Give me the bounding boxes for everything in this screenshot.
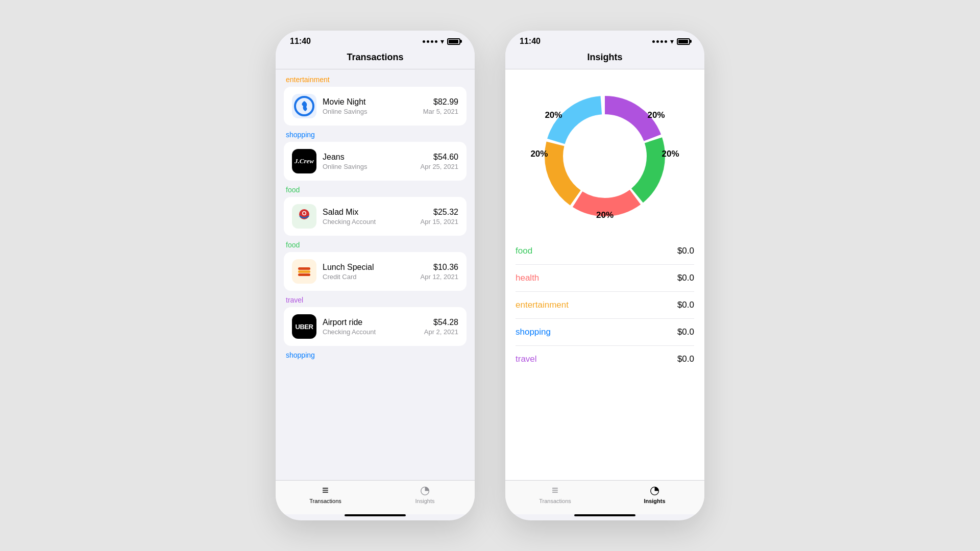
transaction-account-movie: Online Savings — [323, 108, 417, 115]
category-food-1: food Salad Mix Checking Account — [284, 186, 467, 236]
insights-status-icons: ▾ — [652, 37, 690, 45]
pie-chart-icon: ◔ — [420, 485, 430, 496]
category-shopping-2: shopping — [284, 351, 467, 359]
signal-dots — [423, 40, 437, 43]
transactions-list[interactable]: entertainment Movie Night Online Savings… — [276, 69, 475, 480]
list-icon: ≡ — [322, 485, 329, 496]
category-row-travel: travel $0.0 — [516, 346, 694, 372]
insights-screen-header: Insights — [505, 48, 704, 69]
screen-title: Transactions — [347, 52, 403, 62]
category-amount-entertainment: $0.0 — [677, 300, 694, 310]
transaction-info-jeans: Jeans Online Savings — [323, 153, 414, 170]
transaction-card-jeans[interactable]: J.Crew Jeans Online Savings $54.60 Apr 2… — [284, 142, 467, 181]
wifi-icon: ▾ — [440, 37, 444, 45]
category-amount-travel: $0.0 — [677, 354, 694, 364]
tab-transactions[interactable]: ≡ Transactions — [276, 485, 375, 504]
insights-tab-insights[interactable]: ◔ Insights — [605, 485, 704, 504]
transaction-account-lunch: Credit Card — [323, 273, 414, 281]
dot4 — [435, 40, 437, 43]
insights-tab-bar: ≡ Transactions ◔ Insights — [505, 480, 704, 514]
svg-rect-6 — [298, 267, 310, 270]
donut-labels: 20% 20% 20% 20% 20% — [533, 85, 676, 228]
transaction-account-jeans: Online Savings — [323, 163, 414, 170]
donut-wrapper: 20% 20% 20% 20% 20% — [533, 85, 676, 228]
category-row-food: food $0.0 — [516, 238, 694, 265]
transaction-card-salad[interactable]: Salad Mix Checking Account $25.32 Apr 15… — [284, 197, 467, 236]
insights-list-icon: ≡ — [552, 485, 558, 496]
insights-signal-dots — [652, 40, 667, 43]
dot3 — [431, 40, 433, 43]
transaction-logo-wendys — [292, 204, 316, 229]
category-label-shopping-2: shopping — [284, 351, 467, 359]
transaction-date-jeans: Apr 25, 2021 — [421, 163, 458, 170]
category-name-travel: travel — [516, 354, 537, 364]
transaction-date-salad: Apr 15, 2021 — [421, 218, 458, 226]
status-icons: ▾ — [423, 37, 460, 45]
category-label-entertainment: entertainment — [284, 76, 467, 84]
category-entertainment: entertainment Movie Night Online Savings… — [284, 76, 467, 126]
transaction-date-lunch: Apr 12, 2021 — [421, 273, 458, 281]
category-label-food-2: food — [284, 241, 467, 249]
category-amount-shopping: $0.0 — [677, 327, 694, 337]
home-indicator — [345, 514, 406, 516]
insights-tab-transactions-label: Transactions — [539, 498, 571, 504]
category-row-health: health $0.0 — [516, 265, 694, 292]
category-label-shopping-1: shopping — [284, 131, 467, 139]
transaction-name-jeans: Jeans — [323, 153, 414, 162]
transaction-card-lunch[interactable]: Lunch Special Credit Card $10.36 Apr 12,… — [284, 252, 467, 291]
pct-blue: 20% — [530, 149, 548, 159]
transaction-amount-date-movie: $82.99 Mar 5, 2021 — [423, 97, 458, 115]
transaction-amount-date-jeans: $54.60 Apr 25, 2021 — [421, 153, 458, 170]
transaction-name-movie: Movie Night — [323, 97, 417, 107]
transaction-account-salad: Checking Account — [323, 218, 414, 226]
pct-purple: 20% — [545, 110, 562, 120]
transaction-logo-burgerking — [292, 259, 316, 284]
transaction-name-lunch: Lunch Special — [323, 263, 414, 272]
category-name-entertainment: entertainment — [516, 300, 569, 310]
category-name-shopping: shopping — [516, 327, 551, 337]
transaction-info-salad: Salad Mix Checking Account — [323, 208, 414, 226]
insights-screen-title: Insights — [587, 52, 622, 62]
tab-insights[interactable]: ◔ Insights — [375, 485, 475, 504]
category-amount-food: $0.0 — [677, 246, 694, 256]
transaction-card-airport[interactable]: UBER Airport ride Checking Account $54.2… — [284, 307, 467, 346]
tab-insights-label: Insights — [415, 498, 435, 504]
category-food-2: food Lunch Special Credit Card $10.36 — [284, 241, 467, 291]
transaction-amount-date-lunch: $10.36 Apr 12, 2021 — [421, 263, 458, 281]
tab-transactions-label: Transactions — [309, 498, 341, 504]
transaction-name-salad: Salad Mix — [323, 208, 414, 217]
svg-point-4 — [303, 212, 306, 215]
category-travel: travel UBER Airport ride Checking Accoun… — [284, 296, 467, 346]
transaction-info-airport: Airport ride Checking Account — [323, 318, 418, 336]
transaction-amount-lunch: $10.36 — [421, 263, 458, 272]
i-dot2 — [656, 40, 659, 43]
dot2 — [427, 40, 429, 43]
status-bar: 11:40 ▾ — [276, 31, 475, 48]
transaction-date-airport: Apr 2, 2021 — [424, 328, 458, 336]
i-dot3 — [660, 40, 663, 43]
transaction-logo-jcrew: J.Crew — [292, 149, 316, 173]
dot1 — [423, 40, 425, 43]
insights-status-bar: 11:40 ▾ — [505, 31, 704, 48]
pct-orange: 20% — [596, 210, 614, 220]
pct-green: 20% — [648, 110, 665, 120]
transactions-phone: 11:40 ▾ Transactions entertainment — [276, 31, 475, 520]
transaction-card-movie-night[interactable]: Movie Night Online Savings $82.99 Mar 5,… — [284, 87, 467, 126]
category-row-shopping: shopping $0.0 — [516, 319, 694, 346]
category-name-health: health — [516, 273, 539, 283]
transaction-amount-salad: $25.32 — [421, 208, 458, 217]
category-shopping-1: shopping J.Crew Jeans Online Savings $54… — [284, 131, 467, 181]
category-label-food-1: food — [284, 186, 467, 194]
transaction-info-movie: Movie Night Online Savings — [323, 97, 417, 115]
i-dot4 — [665, 40, 667, 43]
insights-battery-icon — [677, 38, 690, 45]
transaction-date-movie: Mar 5, 2021 — [423, 108, 458, 115]
insights-tab-transactions[interactable]: ≡ Transactions — [505, 485, 605, 504]
insights-content[interactable]: 20% 20% 20% 20% 20% food $0.0 health $0.… — [505, 69, 704, 480]
transaction-amount-date-salad: $25.32 Apr 15, 2021 — [421, 208, 458, 226]
insights-wifi-icon: ▾ — [670, 37, 674, 45]
transaction-logo-movie — [292, 94, 316, 118]
category-list: food $0.0 health $0.0 entertainment $0.0… — [505, 238, 704, 372]
insights-home-indicator — [574, 514, 635, 516]
transaction-info-lunch: Lunch Special Credit Card — [323, 263, 414, 281]
